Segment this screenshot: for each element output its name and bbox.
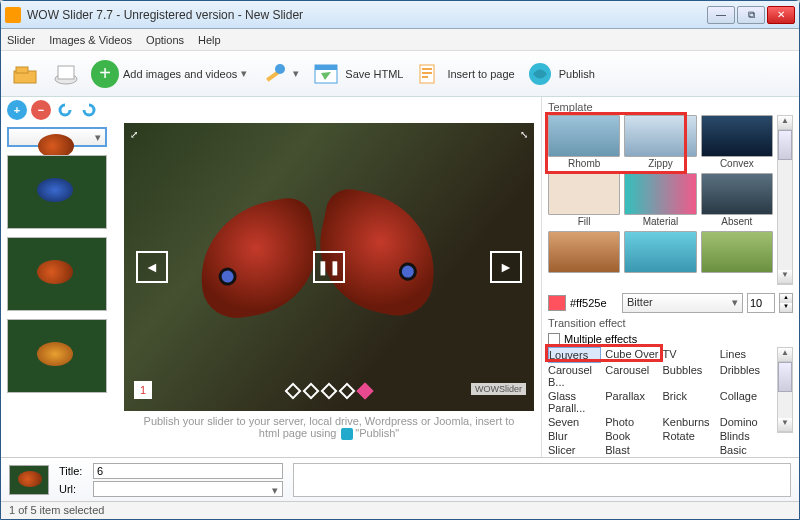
multiple-effects-label: Multiple effects	[564, 333, 637, 345]
slide-thumbnail[interactable]	[7, 155, 107, 229]
template-item[interactable]: Convex	[701, 115, 773, 169]
font-select[interactable]: Bitter	[622, 293, 743, 313]
svg-rect-7	[315, 65, 337, 70]
title-label: Title:	[59, 465, 89, 477]
pager-dot[interactable]	[339, 383, 356, 400]
remove-slide-button[interactable]: −	[31, 100, 51, 120]
save-project-button[interactable]	[51, 59, 81, 89]
effect-item[interactable]: Parallax	[605, 389, 658, 415]
slide-thumbnail[interactable]	[7, 127, 107, 147]
effect-item[interactable]: Book	[605, 429, 658, 443]
settings-panel: Template Rhomb Zippy Convex Fill Materia…	[541, 97, 799, 457]
template-item[interactable]	[701, 231, 773, 273]
effect-item[interactable]: Blast	[605, 443, 658, 457]
close-button[interactable]: ✕	[767, 6, 795, 24]
title-input[interactable]: 6	[93, 463, 283, 479]
insert-page-button[interactable]: Insert to page	[413, 59, 514, 89]
maximize-button[interactable]: ⧉	[737, 6, 765, 24]
slide-preview[interactable]: ⤢ ⤡ ◄ ❚❚ ► 1 WOWSlider	[124, 123, 534, 411]
titlebar: WOW Slider 7.7 - Unregistered version - …	[1, 1, 799, 29]
svg-rect-10	[422, 68, 432, 70]
effect-item[interactable]: Kenburns	[663, 415, 716, 429]
template-item[interactable]	[548, 231, 620, 273]
effect-item[interactable]: Bubbles	[663, 363, 716, 389]
dropdown-icon[interactable]: ▾	[293, 67, 301, 80]
save-html-button[interactable]: Save HTML	[311, 59, 403, 89]
effect-item[interactable]: Carousel B...	[548, 363, 601, 389]
add-slide-button[interactable]: +	[7, 100, 27, 120]
effect-item[interactable]: Lines	[720, 347, 773, 363]
effect-item[interactable]: Dribbles	[720, 363, 773, 389]
template-item[interactable]: Fill	[548, 173, 620, 227]
rotate-left-button[interactable]	[55, 100, 75, 120]
multiple-effects-checkbox[interactable]	[548, 333, 560, 345]
dropdown-icon[interactable]: ▾	[241, 67, 249, 80]
menu-slider[interactable]: Slider	[7, 34, 35, 46]
add-images-button[interactable]: +Add images and videos▾	[91, 60, 249, 88]
description-area[interactable]	[293, 463, 791, 497]
minimize-button[interactable]: —	[707, 6, 735, 24]
menu-images[interactable]: Images & Videos	[49, 34, 132, 46]
effect-item[interactable]: Blinds	[720, 429, 773, 443]
current-slide-thumb	[9, 465, 49, 495]
rotate-right-button[interactable]	[79, 100, 99, 120]
template-item[interactable]: Absent	[701, 173, 773, 227]
add-images-label: Add images and videos	[123, 68, 237, 80]
template-scrollbar[interactable]: ▲▼	[777, 115, 793, 285]
url-input[interactable]	[93, 481, 283, 497]
status-bar: 1 of 5 item selected	[1, 501, 799, 519]
thumbnail-panel: + −	[1, 97, 117, 457]
publish-label: Publish	[559, 68, 595, 80]
open-button[interactable]	[11, 59, 41, 89]
effect-item[interactable]: TV	[663, 347, 716, 363]
template-item[interactable]: Rhomb	[548, 115, 620, 169]
effect-item[interactable]: Carousel	[605, 363, 658, 389]
color-swatch[interactable]	[548, 295, 566, 311]
font-size-input[interactable]: 10	[747, 293, 775, 313]
effect-item[interactable]: Seven	[548, 415, 601, 429]
effect-item[interactable]: Rotate	[663, 429, 716, 443]
tools-button[interactable]: ▾	[259, 59, 301, 89]
transition-label: Transition effect	[548, 317, 793, 329]
color-hex: #ff525e	[570, 297, 618, 309]
font-size-spinner[interactable]: ▲▼	[779, 293, 793, 313]
slide-thumbnail[interactable]	[7, 237, 107, 311]
template-item[interactable]	[624, 231, 696, 273]
expand-tr-icon[interactable]: ⤡	[520, 129, 528, 140]
effect-item[interactable]: Basic	[720, 443, 773, 457]
effect-item[interactable]: Photo	[605, 415, 658, 429]
effect-item[interactable]: Slicer	[548, 443, 601, 457]
effect-item[interactable]: Blur	[548, 429, 601, 443]
menu-bar: Slider Images & Videos Options Help	[1, 29, 799, 51]
effect-item[interactable]: Collage	[720, 389, 773, 415]
effect-item[interactable]: Domino	[720, 415, 773, 429]
properties-bar: Title:6 Url:	[1, 457, 799, 501]
effect-item[interactable]: Glass Parall...	[548, 389, 601, 415]
pager-dot[interactable]	[321, 383, 338, 400]
template-item[interactable]: Zippy	[624, 115, 696, 169]
pager	[287, 385, 371, 397]
effects-scrollbar[interactable]: ▲▼	[777, 347, 793, 433]
publish-hint: Publish your slider to your server, loca…	[139, 415, 519, 440]
svg-rect-3	[58, 66, 74, 79]
effect-item[interactable]: Cube Over	[605, 347, 658, 363]
menu-help[interactable]: Help	[198, 34, 221, 46]
expand-tl-icon[interactable]: ⤢	[130, 129, 138, 140]
preview-panel: ⤢ ⤡ ◄ ❚❚ ► 1 WOWSlider Publish your slid…	[117, 97, 541, 457]
effect-item[interactable]: Louvers	[548, 347, 601, 363]
template-item[interactable]: Material	[624, 173, 696, 227]
next-slide-button[interactable]: ►	[490, 251, 522, 283]
menu-options[interactable]: Options	[146, 34, 184, 46]
pager-dot[interactable]	[285, 383, 302, 400]
pager-dot[interactable]	[303, 383, 320, 400]
publish-button[interactable]: Publish	[525, 59, 595, 89]
prev-slide-button[interactable]: ◄	[136, 251, 168, 283]
watermark: WOWSlider	[471, 383, 526, 395]
effect-item[interactable]	[663, 443, 716, 457]
slide-thumbnail[interactable]	[7, 319, 107, 393]
toolbar: +Add images and videos▾ ▾ Save HTML Inse…	[1, 51, 799, 97]
svg-point-5	[275, 64, 285, 74]
pager-dot[interactable]	[357, 383, 374, 400]
effect-item[interactable]: Brick	[663, 389, 716, 415]
pause-button[interactable]: ❚❚	[313, 251, 345, 283]
